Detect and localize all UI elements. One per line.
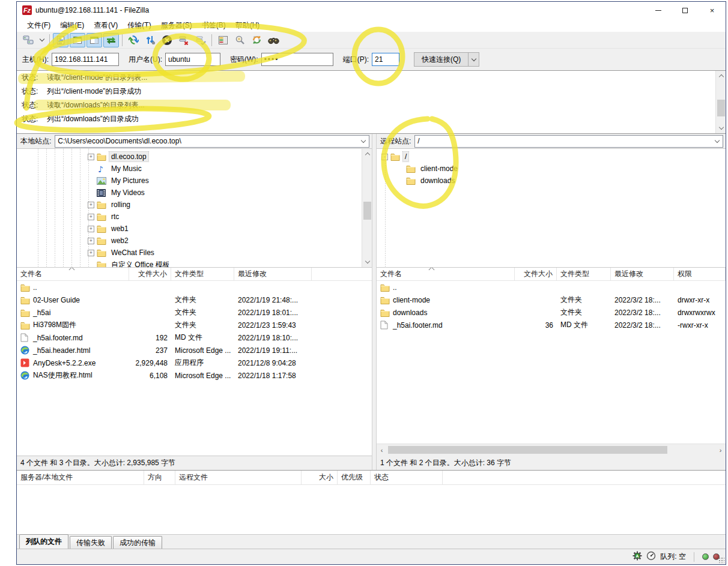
queue-column-3[interactable]: 远程文件 (175, 471, 302, 484)
remote-horizontal-scrollbar[interactable]: ‹ › (377, 444, 726, 456)
scroll-down-icon[interactable] (716, 123, 726, 133)
file-size-cell: 237 (129, 344, 171, 357)
file-row-1[interactable]: .. (17, 281, 372, 294)
toggle-transfer-queue-icon[interactable] (103, 33, 119, 47)
scroll-up-icon[interactable] (716, 71, 726, 81)
menu-item-3[interactable]: 查看(V) (89, 19, 123, 32)
scrollbar-thumb[interactable] (388, 446, 667, 454)
menu-item-7[interactable]: 帮助(H) (231, 19, 265, 32)
file-row-8[interactable]: NAS使用教程.html6,108Microsoft Edge ...2022/… (17, 369, 372, 382)
file-row-2[interactable]: client-mode文件夹2022/3/2 18:...drwxr-xr-x (377, 294, 726, 306)
find-files-icon[interactable] (265, 33, 281, 47)
toggle-local-tree-icon[interactable] (70, 33, 85, 47)
cancel-operation-icon[interactable] (159, 33, 175, 47)
column-header-3[interactable]: 文件类型 (557, 268, 611, 280)
file-row-3[interactable]: downloads文件夹2022/3/2 18:...drwxrwxrwx (377, 306, 726, 319)
queue-column-2[interactable]: 方向 (144, 471, 175, 484)
file-row-5[interactable]: _h5ai.footer.md192MD 文件2022/1/19 18:10:.… (17, 331, 372, 344)
file-row-7[interactable]: AnyDesk+5.2.2.exe2,929,448应用程序2021/12/8 … (17, 357, 372, 369)
column-header-1[interactable]: 文件名 (377, 268, 515, 280)
menu-item-1[interactable]: 文件(F) (22, 19, 55, 32)
reconnect-icon[interactable] (193, 33, 208, 47)
tree-item-web2[interactable]: +web2 (88, 235, 130, 247)
file-row-1[interactable]: .. (377, 281, 726, 294)
directory-compare-icon[interactable] (232, 33, 247, 47)
column-header-3[interactable]: 文件类型 (171, 268, 234, 280)
resize-grip[interactable] (718, 557, 724, 563)
tree-item-downloads[interactable]: downloads (397, 175, 457, 187)
local-tree-scrollbar[interactable] (362, 149, 372, 267)
menu-item-5[interactable]: 服务器(S) (156, 19, 197, 32)
scrollbar-thumb[interactable] (363, 202, 371, 220)
menu-item-4[interactable]: 传输(T) (123, 19, 156, 32)
file-row-3[interactable]: _h5ai文件夹2022/1/19 18:01:... (17, 306, 372, 319)
maximize-button[interactable] (672, 2, 699, 19)
file-row-4[interactable]: Hi3798M固件文件夹2022/1/23 1:59:43 (17, 319, 372, 331)
queue-column-1[interactable]: 服务器/本地文件 (17, 471, 144, 484)
column-header-4[interactable]: 最近修改 (234, 268, 312, 280)
refresh-icon[interactable] (126, 33, 141, 47)
scrollbar-thumb[interactable] (717, 100, 725, 116)
menu-item-6[interactable]: 书签(B) (197, 19, 231, 32)
pane-splitter[interactable] (372, 134, 377, 470)
tree-item-[interactable]: -/ (381, 151, 408, 163)
menu-item-2[interactable]: 编辑(E) (55, 19, 89, 32)
tab-2[interactable]: 传输失败 (70, 536, 112, 549)
password-input[interactable] (261, 53, 333, 66)
username-input[interactable] (165, 53, 220, 66)
speed-limits-icon[interactable] (646, 551, 656, 562)
process-queue-icon[interactable] (142, 33, 158, 47)
toggle-log-view-icon[interactable] (53, 33, 68, 47)
file-modified-cell: 2022/1/23 1:59:43 (234, 319, 312, 331)
file-row-2[interactable]: 02-User Guide文件夹2022/1/19 21:48:... (17, 294, 372, 306)
log-scrollbar[interactable] (715, 71, 726, 133)
expand-icon[interactable]: + (88, 202, 94, 208)
minimize-button[interactable] (645, 2, 672, 19)
quickconnect-button[interactable]: 快速连接(Q) (414, 52, 469, 67)
disconnect-icon[interactable] (176, 33, 192, 47)
tree-item-WeChatFiles[interactable]: +WeChat Files (88, 247, 156, 259)
local-site-combobox[interactable]: C:\Users\ecoo\Documents\dl.ecoo.top\ (55, 135, 369, 148)
scroll-down-icon[interactable] (362, 257, 372, 267)
expand-icon[interactable]: + (88, 214, 94, 220)
column-header-2[interactable]: 文件大小 (515, 268, 557, 280)
tree-item-MyMusic[interactable]: ♪My Music (88, 163, 144, 175)
expand-icon[interactable]: + (88, 154, 94, 160)
site-manager-icon[interactable] (20, 33, 36, 47)
directory-filter-icon[interactable] (215, 33, 231, 47)
queue-column-5[interactable]: 优先级 (338, 471, 371, 484)
expand-icon[interactable]: + (88, 226, 94, 232)
tree-item-dlecootop[interactable]: +dl.ecoo.top (88, 151, 148, 163)
scroll-up-icon[interactable] (362, 149, 372, 159)
tree-item-Office[interactable]: 自定义 Office 模板 (88, 259, 172, 268)
queue-column-6[interactable]: 状态 (371, 471, 443, 484)
transfer-settings-gear-icon[interactable]: A (632, 551, 642, 562)
remote-site-combobox[interactable]: / (414, 135, 723, 148)
toggle-remote-tree-icon[interactable] (86, 33, 102, 47)
tree-item-rolling[interactable]: +rolling (88, 199, 132, 211)
tree-item-client-mode[interactable]: client-mode (397, 163, 460, 175)
close-button[interactable]: × (699, 2, 726, 19)
file-row-6[interactable]: _h5ai.header.html237Microsoft Edge ...20… (17, 344, 372, 357)
quickconnect-dropdown-icon[interactable] (469, 52, 479, 67)
synchronized-browsing-icon[interactable] (249, 33, 264, 47)
tree-item-MyVideos[interactable]: My Videos (88, 187, 147, 199)
port-input[interactable] (372, 53, 399, 66)
column-header-5[interactable]: 权限 (674, 268, 726, 280)
tab-3[interactable]: 成功的传输 (113, 536, 162, 549)
tree-item-web1[interactable]: +web1 (88, 223, 130, 235)
column-header-2[interactable]: 文件大小 (129, 268, 171, 280)
file-row-4[interactable]: _h5ai.footer.md36MD 文件2022/3/2 18:...-rw… (377, 319, 726, 331)
queue-column-4[interactable]: 大小 (302, 471, 338, 484)
expand-icon[interactable]: + (88, 250, 94, 256)
column-header-4[interactable]: 最近修改 (611, 268, 674, 280)
scroll-right-icon[interactable]: › (715, 444, 726, 456)
host-input[interactable] (52, 53, 119, 66)
expand-icon[interactable]: + (88, 238, 94, 244)
site-manager-dropdown-icon[interactable] (37, 33, 46, 47)
tree-item-rtc[interactable]: +rtc (88, 211, 121, 223)
collapse-icon[interactable]: - (381, 154, 388, 160)
tree-item-MyPictures[interactable]: My Pictures (88, 175, 151, 187)
tab-1[interactable]: 列队的文件 (19, 534, 68, 549)
scroll-left-icon[interactable]: ‹ (377, 444, 387, 456)
